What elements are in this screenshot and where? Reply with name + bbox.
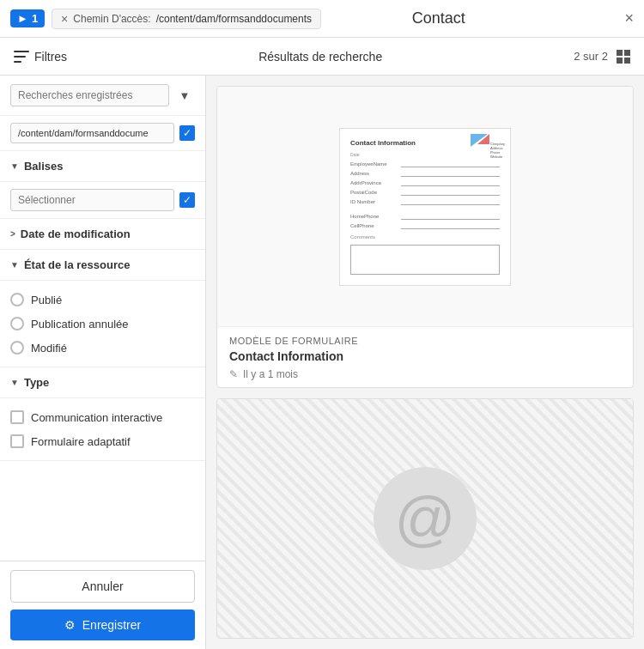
- path-input[interactable]: [10, 123, 174, 143]
- radio-publication-annulee[interactable]: Publication annulée: [10, 312, 195, 336]
- date-label: Date de modification: [21, 227, 131, 240]
- form-logo: CompanyAddressPhoneWebsite: [471, 134, 505, 160]
- results-label: Résultats de recherche: [67, 50, 574, 64]
- filters-label: Filtres: [14, 50, 67, 64]
- results-area: CompanyAddressPhoneWebsite Contact Infor…: [206, 76, 644, 649]
- sidebar-buttons: Annuler ⚙ Enregistrer: [0, 561, 205, 649]
- form-preview: CompanyAddressPhoneWebsite Contact Infor…: [339, 128, 511, 286]
- save-icon: ⚙: [64, 618, 76, 632]
- checkbox-formulaire-adaptatif[interactable]: Formulaire adaptatif: [10, 429, 195, 453]
- section-etat-header[interactable]: ▼ État de la ressource: [0, 250, 205, 281]
- filters-text: Filtres: [34, 50, 67, 64]
- etat-label: État de la ressource: [24, 258, 131, 271]
- section-date-header[interactable]: > Date de modification: [0, 219, 205, 250]
- card-contact-information[interactable]: CompanyAddressPhoneWebsite Contact Infor…: [216, 86, 634, 388]
- balises-checkbox[interactable]: [179, 192, 195, 208]
- radio-modifie-label: Modifié: [31, 342, 67, 355]
- checkbox-communication-label: Communication interactive: [31, 411, 162, 424]
- radio-publie-circle: [10, 293, 24, 306]
- save-label: Enregistrer: [82, 618, 141, 632]
- balises-chevron-icon: ▼: [10, 161, 19, 171]
- breadcrumb-close-icon[interactable]: ×: [61, 12, 68, 26]
- balises-select-row: [0, 182, 205, 219]
- radio-publication-annulee-circle: [10, 317, 24, 331]
- top-bar: ► 1 × Chemin D'accès: /content/dam/forms…: [0, 0, 644, 38]
- at-icon: @: [374, 467, 477, 570]
- saved-searches-row: ▼: [0, 76, 205, 116]
- card-meta-text: Il y a 1 mois: [243, 368, 298, 380]
- date-chevron-icon: >: [10, 229, 15, 239]
- card-info-contact: MODÈLE DE FORMULAIRE Contact Information…: [217, 327, 633, 388]
- radio-publie-label: Publié: [31, 294, 62, 306]
- type-label: Type: [24, 376, 49, 389]
- window-close-button[interactable]: ×: [624, 9, 634, 27]
- cancel-button[interactable]: Annuler: [10, 570, 195, 603]
- card-thumbnail-email: @: [217, 399, 633, 639]
- radio-publication-annulee-label: Publication annulée: [31, 318, 128, 331]
- checkbox-communication-interactive[interactable]: Communication interactive: [10, 405, 195, 429]
- card-title: Contact Information: [229, 349, 621, 363]
- sidebar: ▼ ▼ Balises > Date de modification: [0, 76, 206, 649]
- breadcrumb-label: Chemin D'accès:: [73, 13, 150, 25]
- card-meta: ✎ Il y a 1 mois: [229, 368, 621, 380]
- saved-searches-dropdown-icon[interactable]: ▼: [174, 85, 195, 106]
- checkbox-formulaire-label: Formulaire adaptatif: [31, 435, 131, 448]
- radio-modifie[interactable]: Modifié: [10, 336, 195, 360]
- tab-count: 1: [32, 12, 38, 25]
- results-count: 2 sur 2: [574, 50, 608, 63]
- tab-badge[interactable]: ► 1: [10, 9, 45, 27]
- card-type-label: MODÈLE DE FORMULAIRE: [229, 336, 621, 346]
- checkbox-communication-icon: [10, 410, 24, 424]
- header-row: Filtres Résultats de recherche 2 sur 2: [0, 38, 644, 76]
- grid-view-icon[interactable]: [617, 50, 630, 64]
- balises-label: Balises: [24, 160, 64, 173]
- save-button[interactable]: ⚙ Enregistrer: [10, 610, 195, 640]
- saved-searches-input[interactable]: [10, 84, 169, 106]
- etat-chevron-icon: ▼: [10, 260, 19, 270]
- filter-icon: [14, 51, 29, 63]
- window-title: Contact: [259, 9, 617, 27]
- card-email[interactable]: @: [216, 398, 634, 639]
- path-row: [0, 116, 205, 151]
- sidebar-scroll-area: ▼ ▼ Balises > Date de modification: [0, 76, 205, 561]
- etat-radio-group: Publié Publication annulée Modifié: [0, 281, 205, 367]
- radio-publie[interactable]: Publié: [10, 288, 195, 312]
- balises-select-input[interactable]: [10, 189, 174, 211]
- main-layout: ▼ ▼ Balises > Date de modification: [0, 76, 644, 649]
- section-balises-header[interactable]: ▼ Balises: [0, 151, 205, 182]
- card-thumbnail-contact: CompanyAddressPhoneWebsite Contact Infor…: [217, 87, 633, 327]
- section-type-header[interactable]: ▼ Type: [0, 367, 205, 398]
- type-chevron-icon: ▼: [10, 378, 19, 387]
- pencil-icon: ✎: [229, 368, 238, 380]
- path-checkbox[interactable]: [179, 125, 195, 141]
- radio-modifie-circle: [10, 341, 24, 355]
- type-checkbox-group: Communication interactive Formulaire ada…: [0, 398, 205, 461]
- checkbox-formulaire-icon: [10, 434, 24, 448]
- arrow-icon: ►: [17, 12, 28, 25]
